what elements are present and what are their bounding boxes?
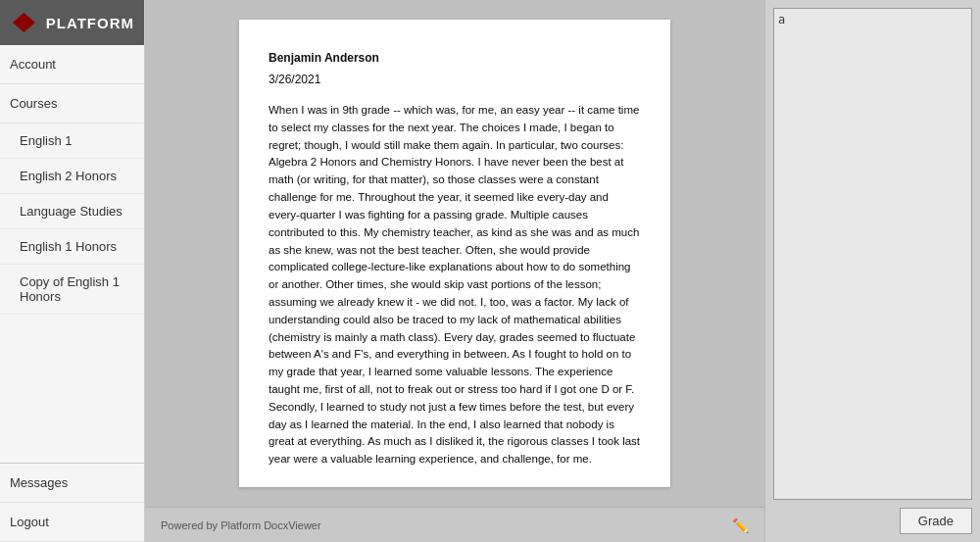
right-panel: a Grade: [764, 0, 980, 542]
grade-button[interactable]: Grade: [900, 508, 972, 534]
doc-body: When I was in 9th grade -- which was, fo…: [269, 102, 641, 468]
sidebar-item-english1honors[interactable]: English 1 Honors: [0, 229, 144, 265]
comment-textarea[interactable]: a: [773, 8, 972, 500]
sidebar-item-english2honors[interactable]: English 2 Honors: [0, 159, 144, 194]
doc-date: 3/26/2021: [269, 71, 641, 88]
sidebar-item-account[interactable]: Account: [0, 45, 144, 84]
sidebar-item-messages[interactable]: Messages: [0, 464, 144, 503]
doc-page: Benjamin Anderson 3/26/2021 When I was i…: [239, 20, 670, 487]
logo-area: PLATFORM: [0, 0, 144, 45]
grade-button-row: Grade: [773, 508, 972, 534]
sidebar-item-courses[interactable]: Courses: [0, 84, 144, 123]
sidebar-item-logout[interactable]: Logout: [0, 503, 144, 542]
nav-bottom-section: Messages Logout: [0, 463, 144, 542]
doc-footer: Powered by Platform DocxViewer ✏️: [145, 507, 764, 542]
powered-by-text: Powered by Platform DocxViewer: [161, 519, 321, 531]
doc-scroll[interactable]: Benjamin Anderson 3/26/2021 When I was i…: [145, 0, 764, 507]
doc-area: Benjamin Anderson 3/26/2021 When I was i…: [145, 0, 764, 542]
sidebar-item-language-studies[interactable]: Language Studies: [0, 194, 144, 229]
main-area: Benjamin Anderson 3/26/2021 When I was i…: [145, 0, 980, 542]
sidebar-item-english1[interactable]: English 1: [0, 123, 144, 159]
pencil-icon: ✏️: [732, 517, 749, 533]
main-inner: Benjamin Anderson 3/26/2021 When I was i…: [145, 0, 980, 542]
doc-author: Benjamin Anderson: [269, 49, 641, 67]
sidebar: PLATFORM Account Courses English 1 Engli…: [0, 0, 145, 542]
logo-icon: [10, 12, 38, 33]
logo-text: PLATFORM: [46, 15, 134, 31]
sidebar-item-copy-english1honors[interactable]: Copy of English 1 Honors: [0, 265, 144, 315]
nav-section: Account Courses English 1 English 2 Hono…: [0, 45, 144, 463]
